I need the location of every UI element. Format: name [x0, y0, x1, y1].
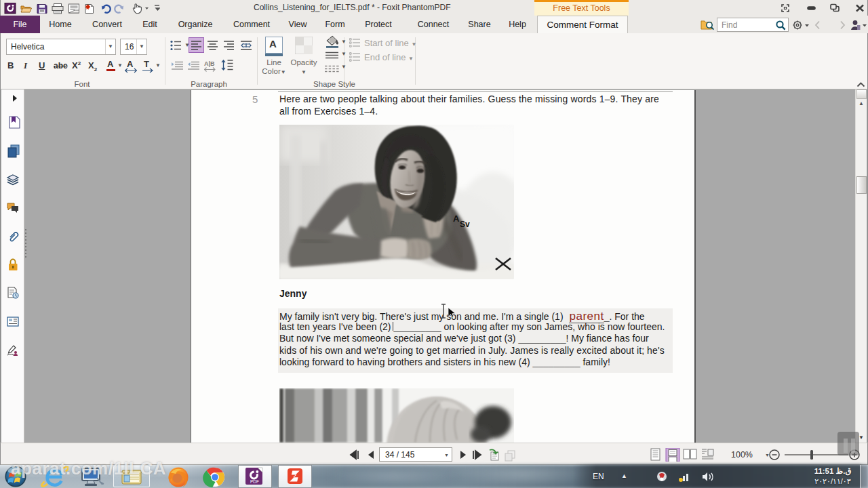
svg-text:PDF: PDF — [250, 479, 259, 484]
